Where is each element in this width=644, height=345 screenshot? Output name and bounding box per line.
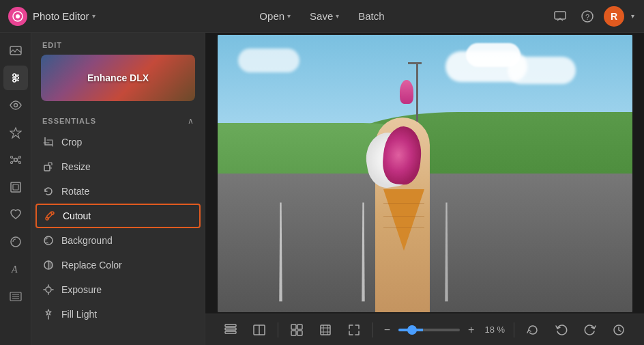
svg-rect-23 bbox=[11, 182, 20, 192]
fullscreen-button[interactable] bbox=[342, 320, 366, 340]
svg-point-10 bbox=[16, 77, 18, 79]
crop-view-button[interactable] bbox=[314, 320, 337, 340]
svg-rect-44 bbox=[225, 325, 236, 327]
crop-icon bbox=[42, 136, 55, 148]
toolbar-separator-2 bbox=[372, 322, 373, 337]
app-title: Photo Editor bbox=[33, 10, 89, 22]
app-title-button[interactable]: Photo Editor ▾ bbox=[33, 10, 96, 22]
svg-point-36 bbox=[46, 287, 51, 292]
rail-icon-star[interactable] bbox=[3, 120, 28, 145]
menu-item-exposure[interactable]: Exposure bbox=[31, 277, 205, 302]
crop-label: Crop bbox=[61, 137, 82, 148]
svg-point-32 bbox=[46, 217, 48, 220]
edit-section-label: EDIT bbox=[31, 33, 205, 55]
svg-rect-42 bbox=[225, 328, 236, 330]
fill-light-label: Fill Light bbox=[61, 309, 97, 320]
menu-item-rotate[interactable]: Rotate bbox=[31, 179, 205, 204]
cutout-icon bbox=[44, 210, 56, 222]
batch-button[interactable]: Batch bbox=[350, 6, 392, 26]
toolbar-separator-1 bbox=[278, 322, 278, 337]
menu-list: Crop Resize Rotate Cutout bbox=[31, 130, 205, 327]
svg-point-25 bbox=[11, 237, 20, 247]
icon-rail: A bbox=[0, 33, 31, 345]
rail-icon-view[interactable] bbox=[3, 93, 28, 118]
rail-icon-filter[interactable] bbox=[3, 230, 28, 254]
svg-rect-24 bbox=[13, 184, 18, 190]
app-body: A EDIT Enhance DLX ESSENTIALS ∧ Crop bbox=[0, 33, 644, 345]
enhance-card-label: Enhance DLX bbox=[87, 72, 149, 83]
svg-point-9 bbox=[13, 74, 16, 77]
layers-button[interactable] bbox=[219, 320, 242, 340]
zoom-plus-button[interactable]: + bbox=[464, 322, 478, 337]
enhance-card[interactable]: Enhance DLX bbox=[41, 55, 195, 101]
canvas-area: − + 18 % bbox=[205, 33, 644, 345]
svg-rect-50 bbox=[297, 331, 302, 335]
svg-point-14 bbox=[14, 158, 17, 162]
rail-icon-text[interactable]: A bbox=[3, 257, 28, 281]
rail-icon-heart[interactable] bbox=[3, 202, 28, 227]
header-right: ? R ▾ bbox=[549, 5, 636, 27]
svg-point-11 bbox=[13, 79, 16, 82]
open-button[interactable]: Open ▾ bbox=[251, 6, 299, 26]
menu-item-cutout[interactable]: Cutout bbox=[35, 204, 201, 228]
svg-point-33 bbox=[51, 212, 54, 215]
fill-light-icon bbox=[42, 308, 55, 320]
compare-button[interactable] bbox=[248, 320, 271, 340]
user-avatar-button[interactable]: R bbox=[604, 6, 624, 27]
save-button[interactable]: Save ▾ bbox=[302, 6, 347, 26]
canvas-image bbox=[218, 35, 632, 312]
exposure-label: Exposure bbox=[61, 284, 102, 295]
zoom-slider[interactable] bbox=[398, 329, 460, 331]
menu-item-crop[interactable]: Crop bbox=[31, 130, 205, 154]
essentials-chevron: ∧ bbox=[188, 116, 194, 126]
app-header: Photo Editor ▾ Open ▾ Save ▾ Batch ? R ▾ bbox=[0, 0, 644, 33]
essentials-label: ESSENTIALS bbox=[42, 117, 96, 125]
menu-item-replace-color[interactable]: Replace Color bbox=[31, 253, 205, 277]
grid-button[interactable] bbox=[285, 320, 308, 340]
help-button[interactable]: ? bbox=[576, 5, 598, 27]
redo-button[interactable] bbox=[579, 320, 602, 340]
edit-panel: EDIT Enhance DLX ESSENTIALS ∧ Crop Resiz… bbox=[31, 33, 205, 345]
rail-icon-nodes[interactable] bbox=[3, 148, 28, 172]
bottom-toolbar: − + 18 % bbox=[205, 314, 644, 345]
svg-rect-31 bbox=[44, 165, 50, 171]
resize-icon bbox=[42, 161, 55, 173]
essentials-section-header[interactable]: ESSENTIALS ∧ bbox=[31, 109, 205, 130]
svg-rect-47 bbox=[291, 325, 296, 329]
canvas-container[interactable] bbox=[205, 33, 644, 314]
undo-button[interactable] bbox=[550, 320, 573, 340]
background-label: Background bbox=[61, 235, 113, 246]
cutout-label: Cutout bbox=[63, 210, 91, 221]
rail-icon-image[interactable] bbox=[3, 38, 28, 63]
svg-point-12 bbox=[14, 104, 17, 107]
rail-icon-adjust[interactable] bbox=[3, 66, 28, 90]
rotate-view-button[interactable] bbox=[521, 320, 544, 340]
svg-text:?: ? bbox=[585, 13, 589, 21]
rail-icon-frame[interactable] bbox=[3, 175, 28, 199]
svg-rect-43 bbox=[225, 331, 236, 333]
history-button[interactable] bbox=[607, 320, 630, 340]
rail-icon-brush[interactable] bbox=[3, 284, 28, 309]
feedback-button[interactable] bbox=[549, 5, 571, 27]
svg-rect-48 bbox=[297, 325, 302, 329]
svg-text:A: A bbox=[11, 264, 18, 275]
title-dropdown-arrow: ▾ bbox=[92, 12, 96, 20]
header-nav: Open ▾ Save ▾ Batch bbox=[251, 6, 392, 26]
zoom-controls: − + 18 % bbox=[380, 322, 508, 337]
replace-color-icon bbox=[42, 259, 55, 271]
zoom-minus-button[interactable]: − bbox=[380, 322, 394, 337]
avatar-dropdown-button[interactable]: ▾ bbox=[630, 10, 636, 23]
app-logo bbox=[8, 7, 27, 26]
menu-item-fill-light[interactable]: Fill Light bbox=[31, 302, 205, 327]
menu-item-resize[interactable]: Resize bbox=[31, 154, 205, 179]
resize-label: Resize bbox=[61, 161, 91, 172]
replace-color-label: Replace Color bbox=[61, 260, 122, 271]
rotate-icon bbox=[42, 185, 55, 197]
svg-point-1 bbox=[16, 14, 20, 18]
menu-item-background[interactable]: Background bbox=[31, 228, 205, 253]
background-icon bbox=[42, 234, 55, 247]
rotate-label: Rotate bbox=[61, 186, 89, 197]
exposure-icon bbox=[42, 284, 55, 296]
svg-rect-51 bbox=[321, 325, 330, 335]
zoom-value: 18 % bbox=[482, 325, 507, 335]
